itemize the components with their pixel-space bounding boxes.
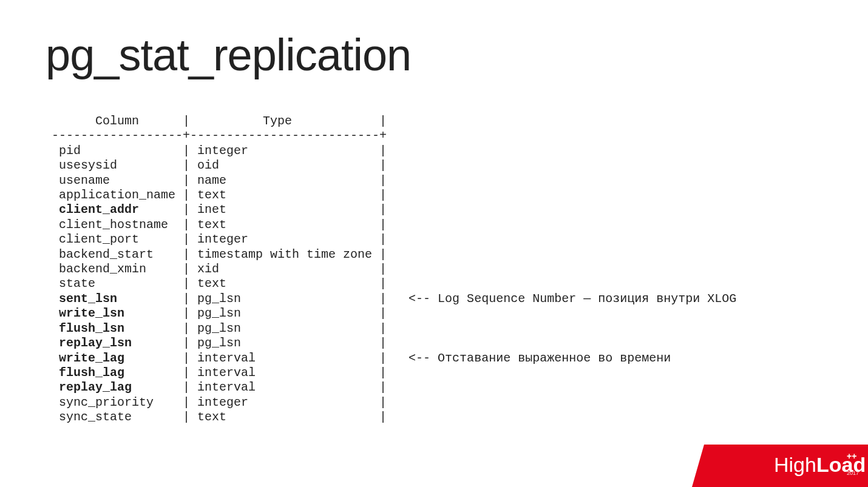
logo-year: 2017 [847, 470, 859, 476]
column-name-bold: flush_lsn [52, 321, 183, 335]
column-name-bold: sent_lsn [52, 292, 183, 306]
table-definition: Column | Type | ------------------+-----… [0, 81, 868, 425]
column-name-bold: write_lsn [52, 306, 183, 320]
column-name-bold: write_lag [52, 351, 183, 365]
column-name-bold: client_addr [52, 203, 183, 217]
highload-logo: HighLoad ++ 2017 [680, 445, 868, 487]
column-name-bold: replay_lsn [52, 336, 183, 350]
column-name-bold: flush_lag [52, 366, 183, 380]
column-name-bold: replay_lag [52, 380, 183, 394]
logo-high: High [774, 453, 816, 476]
logo-plus: ++ [847, 451, 856, 461]
slide-title: pg_stat_replication [0, 0, 868, 81]
